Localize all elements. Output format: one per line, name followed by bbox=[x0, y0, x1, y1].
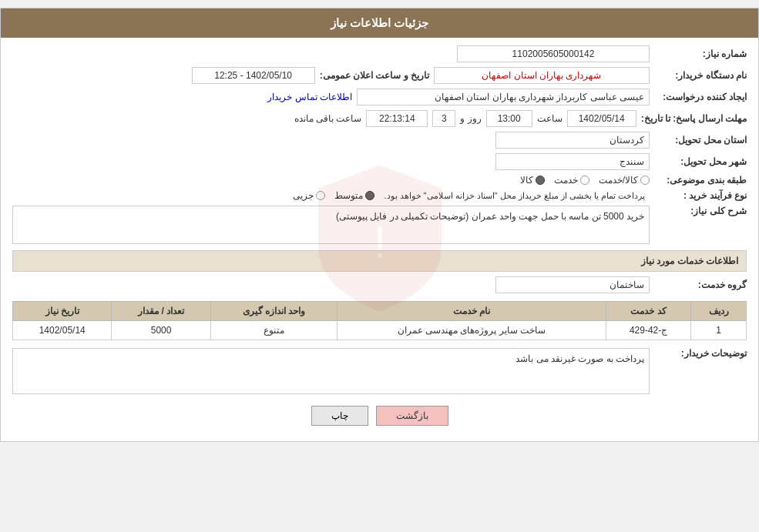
category-option-goods-service: کالا/خدمت bbox=[599, 175, 650, 186]
cell-date: 1402/05/14 bbox=[13, 321, 112, 340]
city-row: شهر محل تحویل: سنندج bbox=[12, 153, 747, 170]
category-option-service: خدمت bbox=[554, 175, 589, 186]
need-number-row: شماره نیاز: 1102005605000142 bbox=[12, 45, 747, 62]
response-date: 1402/05/14 bbox=[567, 110, 636, 127]
buttons-row: بازگشت چاپ bbox=[12, 406, 747, 426]
services-table: ردیف کد خدمت نام خدمت واحد اندازه گیری ت… bbox=[12, 301, 747, 340]
need-desc-label: شرح کلی نیاز: bbox=[654, 206, 747, 216]
category-radio-group: کالا/خدمت خدمت کالا bbox=[520, 175, 650, 186]
buyer-desc-value: پرداخت به صورت غیرنقد می باشد bbox=[12, 348, 650, 394]
col-service-code: کد خدمت bbox=[606, 302, 691, 321]
radio-medium-icon bbox=[365, 191, 374, 200]
service-group-label: گروه خدمت: bbox=[654, 279, 747, 290]
process-type-label: نوع فرآیند خرید : bbox=[654, 190, 747, 201]
cell-service-name: ساخت سایر پروژه‌های مهندسی عمران bbox=[338, 321, 606, 340]
radio-service-icon bbox=[580, 176, 589, 185]
radio-goods-service-icon bbox=[640, 176, 650, 185]
col-row-num: ردیف bbox=[691, 302, 747, 321]
buyer-org-label: نام دستگاه خریدار: bbox=[654, 70, 747, 81]
col-service-name: نام خدمت bbox=[338, 302, 606, 321]
need-desc-row: شرح کلی نیاز: خرید 5000 تن ماسه با حمل ج… bbox=[12, 206, 747, 244]
buyer-desc-label: توضیحات خریدار: bbox=[654, 348, 747, 359]
cell-row-num: 1 bbox=[691, 321, 747, 340]
print-button[interactable]: چاپ bbox=[311, 406, 368, 426]
announce-date-value: 1402/05/10 - 12:25 bbox=[192, 67, 315, 84]
back-button[interactable]: بازگشت bbox=[376, 406, 448, 426]
category-label: طبقه بندی موضوعی: bbox=[654, 175, 747, 186]
announce-date-label: تاریخ و ساعت اعلان عمومی: bbox=[320, 70, 429, 81]
creator-label: ایجاد کننده درخواست: bbox=[654, 92, 747, 102]
service-group-row: گروه خدمت: ساختمان bbox=[12, 276, 747, 293]
response-remaining-label: ساعت باقی مانده bbox=[294, 113, 362, 124]
province-label: استان محل تحویل: bbox=[654, 135, 747, 146]
need-number-label: شماره نیاز: bbox=[654, 49, 747, 59]
cell-service-code: ج-42-429 bbox=[606, 321, 691, 340]
response-days-label: روز و bbox=[460, 113, 481, 124]
province-row: استان محل تحویل: کردستان bbox=[12, 132, 747, 149]
response-days: 3 bbox=[432, 110, 455, 127]
process-note: پرداخت تمام یا بخشی از مبلغ خریداز محل "… bbox=[384, 191, 645, 201]
services-table-section: ردیف کد خدمت نام خدمت واحد اندازه گیری ت… bbox=[12, 301, 747, 340]
process-option-minor: جزیی bbox=[293, 190, 325, 201]
col-date: تاریخ نیاز bbox=[13, 302, 112, 321]
response-time: 13:00 bbox=[486, 110, 532, 127]
category-row: طبقه بندی موضوعی: کالا/خدمت خدمت کالا bbox=[12, 175, 747, 186]
cell-unit: متنوع bbox=[210, 321, 337, 340]
need-desc-value: خرید 5000 تن ماسه با حمل جهت واحد عمران … bbox=[12, 206, 650, 244]
city-value: سنندج bbox=[495, 153, 650, 170]
need-number-value: 1102005605000142 bbox=[457, 45, 650, 62]
process-radio-group: پرداخت تمام یا بخشی از مبلغ خریداز محل "… bbox=[293, 190, 645, 201]
creator-value: عیسی عباسی کاربرداز شهرداری بهاران استان… bbox=[357, 89, 650, 105]
city-label: شهر محل تحویل: bbox=[654, 156, 747, 167]
page-title: جزئیات اطلاعات نیاز bbox=[1, 8, 758, 38]
buyer-desc-row: توضیحات خریدار: پرداخت به صورت غیرنقد می… bbox=[12, 348, 747, 394]
response-deadline-row: مهلت ارسال پاسخ: تا تاریخ: 1402/05/14 سا… bbox=[12, 110, 747, 127]
col-quantity: تعداد / مقدار bbox=[112, 302, 210, 321]
radio-goods-icon bbox=[536, 176, 545, 185]
process-option-medium: متوسط bbox=[334, 190, 374, 201]
response-time-label: ساعت bbox=[537, 113, 563, 124]
category-option-goods: کالا bbox=[520, 175, 545, 186]
response-deadline-label: مهلت ارسال پاسخ: تا تاریخ: bbox=[641, 113, 747, 124]
process-type-row: نوع فرآیند خرید : پرداخت تمام یا بخشی از… bbox=[12, 190, 747, 201]
creator-link[interactable]: اطلاعات تماس خریدار bbox=[267, 92, 352, 102]
creator-row: ایجاد کننده درخواست: عیسی عباسی کاربرداز… bbox=[12, 89, 747, 105]
province-value: کردستان bbox=[495, 132, 650, 149]
response-remaining: 22:13:14 bbox=[366, 110, 428, 127]
buyer-announce-row: نام دستگاه خریدار: شهرداری بهاران استان … bbox=[12, 67, 747, 84]
buyer-org-value: شهرداری بهاران استان اصفهان bbox=[434, 67, 650, 84]
table-row: 1 ج-42-429 ساخت سایر پروژه‌های مهندسی عم… bbox=[13, 321, 747, 340]
cell-quantity: 5000 bbox=[112, 321, 210, 340]
services-section-header: اطلاعات خدمات مورد نیاز bbox=[12, 250, 747, 272]
col-unit: واحد اندازه گیری bbox=[210, 302, 337, 321]
radio-minor-icon bbox=[316, 191, 325, 200]
service-group-value: ساختمان bbox=[495, 276, 650, 293]
